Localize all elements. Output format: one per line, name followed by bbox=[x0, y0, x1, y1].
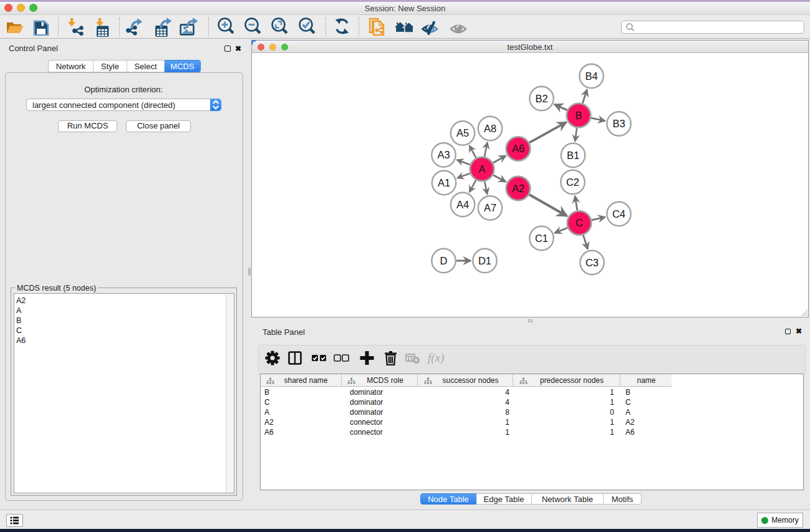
svg-text:A: A bbox=[478, 163, 485, 175]
svg-text:A3: A3 bbox=[437, 149, 450, 160]
svg-text:A5: A5 bbox=[456, 127, 469, 138]
svg-text:A4: A4 bbox=[456, 199, 469, 210]
svg-text:A6: A6 bbox=[512, 143, 524, 154]
svg-text:D: D bbox=[440, 255, 448, 266]
svg-text:C2: C2 bbox=[566, 177, 579, 188]
svg-text:B3: B3 bbox=[612, 118, 625, 129]
svg-text:B2: B2 bbox=[535, 93, 547, 104]
svg-text:A7: A7 bbox=[484, 202, 496, 213]
svg-text:B4: B4 bbox=[585, 70, 597, 82]
svg-text:C1: C1 bbox=[535, 233, 548, 244]
svg-text:B1: B1 bbox=[567, 150, 579, 161]
svg-text:A1: A1 bbox=[438, 177, 450, 188]
svg-text:C4: C4 bbox=[612, 208, 625, 220]
svg-text:A2: A2 bbox=[512, 183, 524, 194]
svg-text:D1: D1 bbox=[478, 255, 491, 266]
svg-text:A8: A8 bbox=[484, 123, 496, 134]
svg-text:C: C bbox=[576, 217, 583, 228]
svg-text:C3: C3 bbox=[586, 257, 599, 268]
svg-text:f(x): f(x) bbox=[428, 351, 444, 365]
svg-text:B: B bbox=[575, 110, 582, 121]
